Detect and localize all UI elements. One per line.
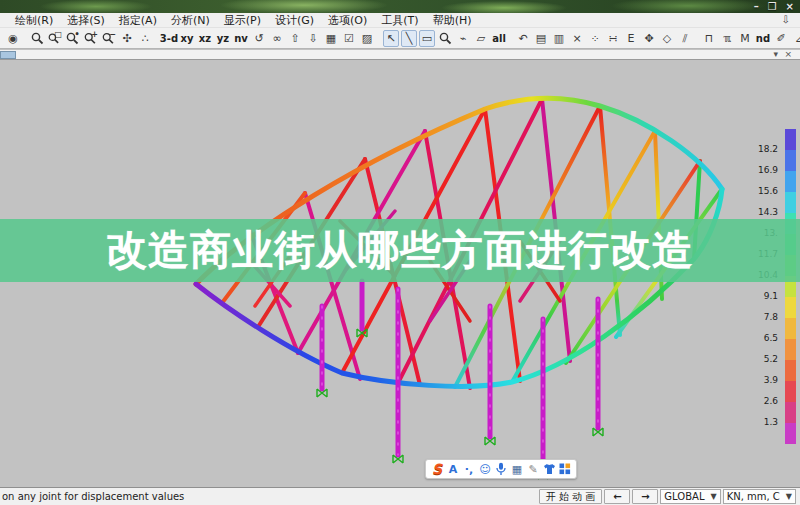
- select-zoom-icon[interactable]: [437, 30, 453, 47]
- headline-text: 改造商业街从哪些方面进行改造: [106, 230, 694, 271]
- run-analysis-icon[interactable]: ◉: [5, 30, 21, 47]
- pan-icon[interactable]: ✣: [119, 30, 135, 47]
- assign-display-icon[interactable]: ▨: [359, 30, 375, 47]
- legend-value: 5.2: [764, 354, 778, 364]
- punctuation-icon[interactable]: ·,: [462, 461, 476, 477]
- sogou-logo-icon[interactable]: S: [430, 461, 444, 477]
- legend-value: 18.2: [758, 144, 778, 154]
- model-viewport[interactable]: 18.216.915.614.313.11.710.49.17.86.55.23…: [0, 61, 800, 487]
- select-all-button[interactable]: all: [491, 30, 507, 47]
- get-previous-selection-icon[interactable]: ↶: [515, 30, 531, 47]
- mirror-icon[interactable]: ◇: [659, 30, 675, 47]
- perspective-icon[interactable]: ∞: [269, 30, 285, 47]
- legend-cell: [785, 192, 796, 213]
- divide-icon[interactable]: ⫽: [677, 30, 693, 47]
- view-yz-button[interactable]: yz: [215, 30, 231, 47]
- legend-value: 1.3: [764, 417, 778, 427]
- menu-options[interactable]: 选项(O): [321, 13, 374, 28]
- set-display-options-icon[interactable]: ☑: [341, 30, 357, 47]
- menu-bar: 绘制(R)选择(S)指定(A)分析(N)显示(P)设计(G)选项(O)工具(T)…: [0, 13, 800, 28]
- zoom-previous-icon[interactable]: •: [65, 30, 81, 47]
- legend-cell: [785, 171, 796, 192]
- menu-analyze[interactable]: 分析(N): [164, 13, 217, 28]
- move-icon[interactable]: ✥: [641, 30, 657, 47]
- zoom-full-icon[interactable]: □: [47, 30, 63, 47]
- menu-help[interactable]: 帮助(H): [426, 13, 479, 28]
- units-value: KN, mm, C: [727, 491, 780, 502]
- next-step-button[interactable]: →: [632, 489, 658, 504]
- minimize-button[interactable]: –: [754, 0, 759, 13]
- select-poly-icon[interactable]: ⌁: [455, 30, 471, 47]
- legend-value: 16.9: [758, 165, 778, 175]
- legend-value: 14.3: [758, 207, 778, 217]
- menu-design[interactable]: 设计(G): [268, 13, 321, 28]
- extrude-icon[interactable]: Ε: [623, 30, 639, 47]
- view-close-icon[interactable]: ×: [784, 49, 792, 59]
- select-line-icon[interactable]: ╲: [401, 30, 417, 47]
- soft-keyboard-icon[interactable]: ▦: [510, 461, 524, 477]
- handwriting-icon[interactable]: ✎: [526, 461, 540, 477]
- select-pointer-icon[interactable]: ↖: [383, 30, 399, 47]
- chevron-down-icon: ▼: [786, 492, 792, 501]
- draw-node-button[interactable]: nd: [755, 30, 771, 47]
- view-xz-button[interactable]: xz: [197, 30, 213, 47]
- menu-assign[interactable]: 指定(A): [112, 13, 164, 28]
- support-symbols: [317, 329, 603, 479]
- restore-button[interactable]: ❒: [768, 0, 777, 13]
- legend-cell: [785, 150, 796, 171]
- view-dropdown-icon[interactable]: ▾: [773, 49, 778, 59]
- voice-input-icon[interactable]: [494, 461, 508, 477]
- sogou-input-bar[interactable]: SA·,☺▦✎: [425, 459, 577, 479]
- menu-draw[interactable]: 绘制(R): [8, 13, 60, 28]
- units-dropdown[interactable]: KN, mm, C ▼: [723, 489, 796, 504]
- copy-icon[interactable]: ▥: [551, 30, 567, 47]
- rotate-view-icon[interactable]: ↺: [251, 30, 267, 47]
- status-bar: on any joint for displacement values 开 始…: [0, 487, 800, 505]
- emoji-icon[interactable]: ☺: [478, 461, 492, 477]
- language-mode-icon[interactable]: A: [446, 461, 460, 477]
- deselect-icon[interactable]: ▱: [473, 30, 489, 47]
- reshape-icon[interactable]: ∺: [605, 30, 621, 47]
- coord-system-dropdown[interactable]: GLOBAL ▼: [660, 489, 720, 504]
- legend-value: 2.6: [764, 396, 778, 406]
- legend-cell: [785, 423, 796, 444]
- legend-value: 3.9: [764, 375, 778, 385]
- skin-icon[interactable]: [542, 461, 556, 477]
- object-shrink-icon[interactable]: ▦: [323, 30, 339, 47]
- select-window-icon[interactable]: ▭: [419, 30, 435, 47]
- legend-cell: [785, 381, 796, 402]
- legend-cell: [785, 360, 796, 381]
- move-up-icon[interactable]: ⇧: [287, 30, 303, 47]
- view-window-titlebar: ▾ ×: [0, 50, 800, 60]
- legend-cell: [785, 339, 796, 360]
- zoom-in-icon[interactable]: +: [83, 30, 99, 47]
- view-3d-button[interactable]: 3-d: [161, 30, 177, 47]
- start-animation-button[interactable]: 开 始 动 画: [539, 489, 603, 504]
- toolbox-icon[interactable]: [558, 461, 572, 477]
- desktop-wallpaper-strip: –❒×: [0, 0, 800, 13]
- view-nv-button[interactable]: nv: [233, 30, 249, 47]
- draw-braced-frame-icon[interactable]: ℼ: [719, 30, 735, 47]
- prev-step-button[interactable]: ←: [604, 489, 630, 504]
- snap-icon[interactable]: ∴: [137, 30, 153, 47]
- draw-area-icon[interactable]: ⊿: [791, 30, 800, 47]
- move-down-icon[interactable]: ⇩: [305, 30, 321, 47]
- menu-select[interactable]: 选择(S): [60, 13, 112, 28]
- menu-display[interactable]: 显示(P): [217, 13, 268, 28]
- draw-special-joint-icon[interactable]: ✐: [773, 30, 789, 47]
- close-button[interactable]: ×: [786, 0, 794, 13]
- zoom-out-icon[interactable]: −: [101, 30, 117, 47]
- menu-tools[interactable]: 工具(T): [374, 13, 425, 28]
- legend-value: 6.5: [764, 333, 778, 343]
- delete-icon[interactable]: ×: [569, 30, 585, 47]
- draw-frame-icon[interactable]: ⊓: [701, 30, 717, 47]
- menu-overflow-icon[interactable]: ⇩: [782, 14, 790, 25]
- legend-value: 9.1: [764, 291, 778, 301]
- joint-pattern-icon[interactable]: ⁘: [587, 30, 603, 47]
- main-toolbar: ◉□•+−✣∴3-dxyxzyznv↺∞⇧⇩▦☑▨↖╲▭⌁▱all↶▤▥×⁘∺Ε…: [0, 28, 800, 49]
- draw-truss-icon[interactable]: Μ: [737, 30, 753, 47]
- view-xy-button[interactable]: xy: [179, 30, 195, 47]
- clear-selection-icon[interactable]: ▤: [533, 30, 549, 47]
- zoom-window-icon[interactable]: [29, 30, 45, 47]
- view-window-tab[interactable]: [0, 51, 16, 59]
